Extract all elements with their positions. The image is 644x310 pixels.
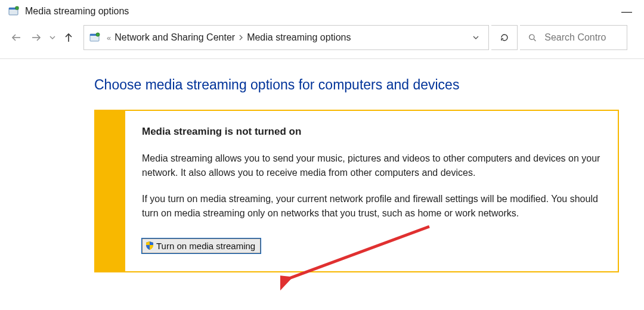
search-icon [528,33,536,42]
breadcrumb-overflow[interactable]: « [106,33,112,42]
svg-rect-2 [16,7,18,10]
window-title: Media streaming options [25,6,129,17]
chevron-right-icon [237,33,244,42]
up-button[interactable] [60,29,78,46]
breadcrumb-network-sharing[interactable]: Network and Sharing Center [114,32,235,43]
address-bar[interactable]: « Network and Sharing Center Media strea… [83,25,489,50]
svg-point-6 [530,35,534,39]
refresh-button[interactable] [491,25,518,50]
svg-point-5 [96,33,100,36]
turn-on-button-label: Turn on media streaming [156,241,255,251]
turn-on-media-streaming-button[interactable]: Turn on media streaming [142,238,261,253]
search-box[interactable] [520,25,627,50]
breadcrumb-media-streaming[interactable]: Media streaming options [247,32,351,43]
notice-paragraph-2: If you turn on media streaming, your cur… [142,192,601,221]
notice-panel: Media streaming is not turned on Media s… [94,110,619,272]
back-button[interactable] [7,29,25,46]
control-panel-icon [8,6,19,17]
title-bar: Media streaming options — [0,0,644,23]
navigation-row: « Network and Sharing Center Media strea… [0,23,644,58]
recent-locations-dropdown[interactable] [48,29,57,46]
forward-button[interactable] [27,29,45,46]
content-area: Choose media streaming options for compu… [0,59,644,272]
search-input[interactable] [543,32,618,44]
page-heading: Choose media streaming options for compu… [94,77,644,93]
notice-title: Media streaming is not turned on [142,126,301,137]
refresh-icon [500,33,509,42]
location-icon [89,32,101,44]
address-history-dropdown[interactable] [468,33,484,43]
notice-paragraph-1: Media streaming allows you to send your … [142,151,601,180]
shield-icon [145,241,154,250]
notice-stripe [95,111,125,271]
minimize-button[interactable]: — [615,4,638,19]
